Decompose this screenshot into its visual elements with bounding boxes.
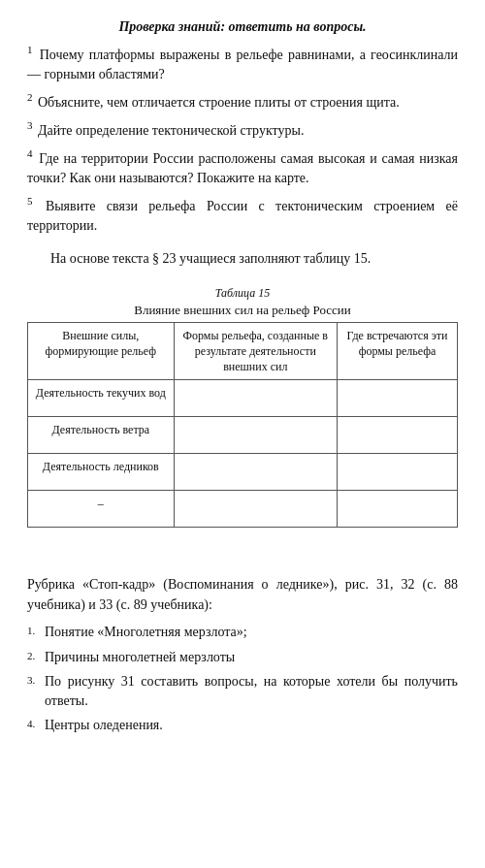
- row3-col3: [337, 454, 457, 491]
- rubric-section: Рубрика «Стоп-кадр» (Воспоминания о ледн…: [27, 574, 458, 735]
- col-header-2: Формы рельефа, созданные в результате де…: [174, 322, 337, 380]
- question-4: 4 Где на территории России расположены с…: [27, 146, 458, 188]
- q-text-3: Дайте определение тектонической структур…: [38, 123, 304, 138]
- question-2: 2 Объясните, чем отличается строение пли…: [27, 90, 458, 113]
- q-num-2: 2: [27, 91, 33, 103]
- row4-col1: –: [28, 491, 175, 528]
- rubric-intro: Рубрика «Стоп-кадр» (Воспоминания о ледн…: [27, 574, 458, 615]
- question-1: 1 Почему платформы выражены в рельефе ра…: [27, 43, 458, 84]
- row2-col1: Деятельность ветра: [28, 417, 175, 454]
- table-section: Таблица 15 Влияние внешних сил на рельеф…: [27, 286, 458, 529]
- rubric-item-4: 4. Центры оледенения.: [27, 716, 458, 735]
- rubric-text-3: По рисунку 31 составить вопросы, на кото…: [45, 674, 458, 708]
- row2-col3: [337, 417, 457, 454]
- rubric-num-4: 4.: [27, 717, 35, 732]
- q-num-3: 3: [27, 119, 33, 131]
- rubric-num-2: 2.: [27, 649, 35, 664]
- rubric-num-3: 3.: [27, 673, 35, 689]
- table-row: Деятельность ветра: [28, 417, 458, 454]
- row3-col2: [174, 454, 337, 491]
- row4-col3: [337, 491, 457, 528]
- row1-col2: [174, 380, 337, 417]
- rubric-item-2: 2. Причины многолетней мерзлоты: [27, 648, 458, 667]
- row1-col1: Деятельность текучих вод: [28, 380, 175, 417]
- col-header-3: Где встречаются эти формы рельефа: [337, 322, 457, 380]
- q-num-5: 5: [27, 195, 33, 207]
- questions-list: 1 Почему платформы выражены в рельефе ра…: [27, 43, 458, 237]
- section-title: Проверка знаний: ответить на вопросы.: [27, 19, 458, 35]
- col-header-1: Внешние силы, формирующие рельеф: [28, 322, 175, 380]
- q-text-4: Где на территории России расположены сам…: [27, 151, 458, 185]
- rubric-item-3: 3. По рисунку 31 составить вопросы, на к…: [27, 672, 458, 712]
- rubric-text-2: Причины многолетней мерзлоты: [45, 650, 235, 664]
- table-row: Деятельность ледников: [28, 454, 458, 491]
- q-num-1: 1: [27, 44, 33, 55]
- question-3: 3 Дайте определение тектонической структ…: [27, 118, 458, 141]
- rubric-item-1: 1. Понятие «Многолетняя мерзлота»;: [27, 623, 458, 642]
- rubric-text-4: Центры оледенения.: [45, 718, 163, 732]
- rubric-list: 1. Понятие «Многолетняя мерзлота»; 2. Пр…: [27, 623, 458, 735]
- table-row: Деятельность текучих вод: [28, 380, 458, 417]
- table-title: Влияние внешних сил на рельеф России: [27, 303, 458, 318]
- q-text-1: Почему платформы выражены в рельефе равн…: [27, 48, 458, 81]
- question-5: 5 Выявите связи рельефа России с тектони…: [27, 194, 458, 236]
- influence-table: Внешние силы, формирующие рельеф Формы р…: [27, 322, 458, 529]
- q-num-4: 4: [27, 147, 33, 159]
- table-header-row: Внешние силы, формирующие рельеф Формы р…: [28, 322, 458, 380]
- table-caption: Таблица 15: [27, 286, 458, 301]
- row1-col3: [337, 380, 457, 417]
- page-content: Проверка знаний: ответить на вопросы. 1 …: [0, 0, 485, 868]
- q-text-2: Объясните, чем отличается строение плиты…: [38, 95, 400, 110]
- table-row: –: [28, 491, 458, 528]
- row2-col2: [174, 417, 337, 454]
- rubric-num-1: 1.: [27, 624, 35, 639]
- row3-col1: Деятельность ледников: [28, 454, 175, 491]
- row4-col2: [174, 491, 337, 528]
- q-text-5: Выявите связи рельефа России с тектониче…: [27, 199, 458, 233]
- paragraph-table-intro: На основе текста § 23 учащиеся заполняют…: [27, 248, 458, 269]
- rubric-text-1: Понятие «Многолетняя мерзлота»;: [45, 625, 247, 639]
